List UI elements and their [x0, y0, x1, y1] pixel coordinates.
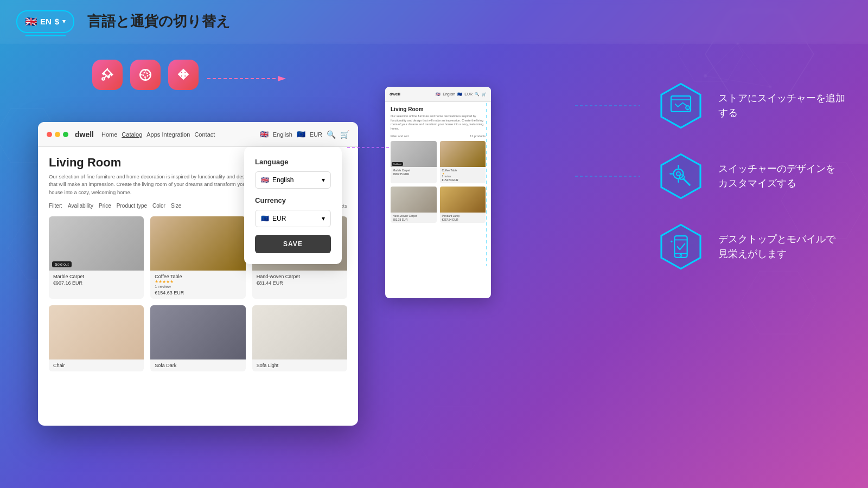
save-button[interactable]: SAVE — [255, 235, 331, 253]
small-en-flag: 🇬🇧 — [436, 92, 441, 97]
language-currency-dropdown[interactable]: Language 🇬🇧 English ▾ Currency 🇪🇺 EUR ▾ — [244, 147, 342, 264]
filter-availability[interactable]: Availability — [68, 203, 93, 209]
browser-nav: dwell Home Catalog Apps Integration Cont… — [75, 130, 349, 139]
product-review-coffee-table: 1 review — [155, 284, 241, 289]
feature-text-customize: スイッチャーのデザインをカスタマイズする — [718, 162, 835, 191]
small-price-woven: €81.33 EUR — [393, 218, 435, 221]
currency-dropdown-label: Currency — [255, 196, 331, 204]
small-img-coffee — [440, 141, 486, 167]
svg-text:✦: ✦ — [670, 239, 673, 244]
close-dot — [47, 132, 52, 137]
features-list: ストアにスイッチャーを追加する — [640, 60, 868, 293]
product-card-sofa-dark[interactable]: Sofa Dark — [150, 305, 245, 371]
svg-point-16 — [143, 73, 148, 78]
product-price-hand-woven: €81.44 EUR — [257, 280, 343, 286]
product-info-marble-carpet: Marble Carpet €907.16 EUR — [49, 271, 144, 289]
target-tool-icon[interactable] — [130, 60, 161, 90]
product-info-hand-woven: Hand-woven Carpet €81.44 EUR — [252, 271, 347, 289]
small-filter-row: Filter and sort 11 products — [391, 134, 486, 138]
small-search-icon[interactable]: 🔍 — [475, 92, 480, 97]
filter-size[interactable]: Size — [171, 203, 181, 209]
browser-action-icons: 🔍 🛒 — [327, 130, 349, 139]
small-cart-icon[interactable]: 🛒 — [482, 92, 487, 97]
nav-apps[interactable]: Apps Integration — [146, 131, 190, 138]
product-info-chair: Chair — [49, 359, 144, 371]
product-name-coffee-table: Coffee Table — [155, 274, 241, 279]
small-mockup-wrapper: dwell 🇬🇧 English 🇪🇺 EUR 🔍 🛒 Living Room … — [385, 87, 491, 477]
currency-chevron-icon: ▾ — [322, 215, 325, 222]
small-product-marble[interactable]: Sold out Marble Carpet €906.55 EUR — [391, 141, 437, 183]
tool-icons-row — [92, 60, 199, 90]
svg-point-13 — [102, 78, 104, 80]
product-info-sofa-dark: Sofa Dark — [150, 359, 245, 371]
product-name-hand-woven: Hand-woven Carpet — [257, 274, 343, 279]
currency-label: EUR — [310, 131, 322, 138]
feature-text-responsive: デスクトップとモバイルで見栄えがします — [718, 232, 835, 261]
small-name-lamp: Pendant Lamp — [442, 214, 484, 217]
feature-icon-customize — [656, 152, 705, 201]
browser-traffic-lights — [47, 132, 68, 137]
small-page-desc: Our selection of fine furniture and home… — [391, 114, 486, 131]
filter-color[interactable]: Color — [152, 203, 165, 209]
small-price-coffee: €154.53 EUR — [442, 178, 484, 182]
small-eu-flag: 🇪🇺 — [457, 92, 462, 97]
small-info-lamp: Pendant Lamp €257.54 EUR — [440, 213, 486, 223]
move-tool-icon[interactable] — [168, 60, 199, 90]
nav-catalog[interactable]: Catalog — [122, 131, 142, 138]
product-image-marble-carpet: Sold out — [49, 216, 144, 271]
small-browser-content: Living Room Our selection of fine furnit… — [385, 102, 491, 227]
product-card-coffee-table[interactable]: Coffee Table ★★★★★ 1 review €154.63 EUR — [150, 216, 245, 299]
feature-icon-add-switcher — [656, 81, 705, 130]
product-image-chair — [49, 305, 144, 359]
left-panel: dwell Home Catalog Apps Integration Cont… — [0, 43, 380, 488]
small-product-coffee[interactable]: Coffee Table ★ 1 review €154.53 EUR — [440, 141, 486, 183]
lang-currency-bar[interactable]: 🇬🇧 English 🇪🇺 EUR — [260, 130, 322, 138]
sold-out-badge: Sold out — [52, 261, 72, 267]
small-price-marble: €906.55 EUR — [393, 172, 435, 176]
svg-point-43 — [680, 254, 682, 256]
eyedropper-tool-icon[interactable] — [92, 60, 123, 90]
small-name-marble: Marble Carpet — [393, 169, 435, 172]
product-card-chair[interactable]: Chair — [49, 305, 144, 371]
small-store-logo: dwell — [390, 92, 400, 97]
small-products-count: 11 products — [470, 134, 486, 138]
large-browser-mockup: dwell Home Catalog Apps Integration Cont… — [38, 122, 358, 426]
filter-product-type[interactable]: Product type — [117, 203, 147, 209]
product-card-sofa-light[interactable]: Sofa Light — [252, 305, 347, 371]
search-icon[interactable]: 🔍 — [327, 130, 336, 139]
language-select[interactable]: 🇬🇧 English ▾ — [255, 171, 331, 189]
small-product-woven[interactable]: Hand-woven Carpet €81.33 EUR — [391, 187, 437, 223]
feature-item-add-switcher: ストアにスイッチャーを追加する — [656, 81, 852, 130]
small-filter-label: Filter and sort — [391, 134, 409, 138]
small-info-marble: Marble Carpet €906.55 EUR — [391, 167, 437, 177]
cart-icon[interactable]: 🛒 — [340, 130, 349, 139]
svg-marker-31 — [661, 155, 700, 198]
feature-icon-responsive: ✦ — [656, 222, 705, 271]
small-info-woven: Hand-woven Carpet €81.33 EUR — [391, 213, 437, 223]
small-lang-bar: 🇬🇧 English 🇪🇺 EUR 🔍 🛒 — [436, 92, 487, 97]
nav-home[interactable]: Home — [101, 131, 117, 138]
currency-select[interactable]: 🇪🇺 EUR ▾ — [255, 210, 331, 227]
product-name-sofa-dark: Sofa Dark — [155, 363, 241, 368]
product-info-sofa-light: Sofa Light — [252, 359, 347, 371]
small-lang-label: English — [443, 92, 455, 96]
svg-marker-25 — [661, 84, 700, 128]
store-logo: dwell — [75, 130, 94, 139]
lang-currency-badge[interactable]: 🇬🇧 EN $ ▾ — [16, 10, 74, 33]
small-browser-header: dwell 🇬🇧 English 🇪🇺 EUR 🔍 🛒 — [385, 87, 491, 102]
feature-item-customize: スイッチャーのデザインをカスタマイズする — [656, 152, 852, 201]
lang-label: English — [273, 131, 292, 138]
right-panel: dwell 🇬🇧 English 🇪🇺 EUR 🔍 🛒 Living Room … — [380, 43, 868, 488]
nav-contact[interactable]: Contact — [194, 131, 215, 138]
product-card-marble-carpet[interactable]: Sold out Marble Carpet €907.16 EUR — [49, 216, 144, 299]
product-name-chair: Chair — [53, 363, 139, 368]
small-product-lamp[interactable]: Pendant Lamp €257.54 EUR — [440, 187, 486, 223]
feature-text-add-switcher: ストアにスイッチャーを追加する — [718, 91, 852, 120]
filter-price[interactable]: Price — [99, 203, 111, 209]
product-image-sofa-light — [252, 305, 347, 359]
lang-code: EN — [40, 17, 52, 26]
small-review-coffee: 1 review — [442, 175, 484, 178]
minimize-dot — [55, 132, 60, 137]
small-img-woven — [391, 187, 437, 213]
small-name-woven: Hand-woven Carpet — [393, 214, 435, 217]
